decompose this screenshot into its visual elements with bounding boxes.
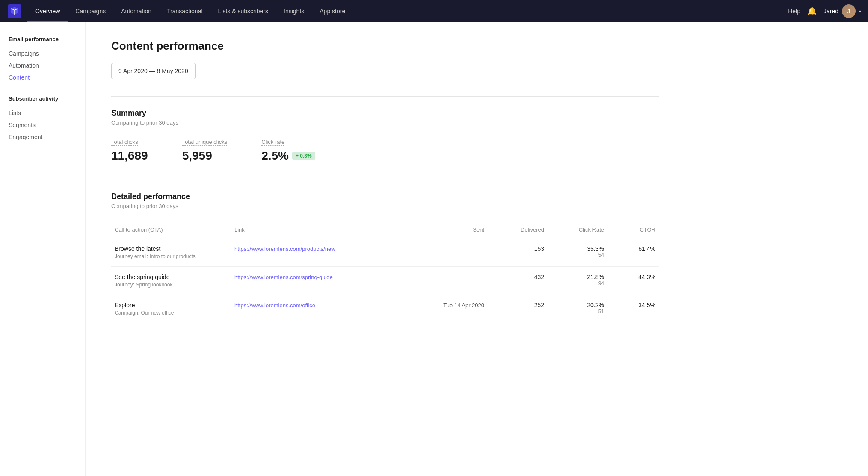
detailed-title: Detailed performance: [111, 192, 659, 201]
sidebar-item-content[interactable]: Content: [9, 71, 77, 83]
row3-ctor: 34.5%: [607, 302, 659, 309]
col-sent: Sent: [428, 225, 488, 235]
date-range-picker[interactable]: 9 Apr 2020 — 8 May 2020: [111, 63, 196, 79]
stat-click-rate-value: 2.5% + 0.3%: [261, 149, 315, 163]
row2-cta-meta-link[interactable]: Spring lookbook: [136, 282, 172, 288]
top-navigation: Overview Campaigns Automation Transactio…: [0, 0, 868, 22]
table-row: Browse the latest Journey email: Intro t…: [111, 238, 659, 267]
nav-automation[interactable]: Automation: [113, 0, 159, 22]
stat-click-rate: Click rate 2.5% + 0.3%: [261, 138, 315, 163]
summary-section: Summary Comparing to prior 30 days Total…: [111, 109, 659, 163]
chevron-down-icon: ▾: [859, 9, 861, 14]
stat-total-unique-clicks-value: 5,959: [182, 149, 228, 163]
row1-cta-name: Browse the latest: [115, 245, 228, 252]
row3-link[interactable]: https://www.loremlens.com/office: [234, 302, 315, 309]
nav-insights[interactable]: Insights: [276, 0, 312, 22]
row2-ctor: 44.3%: [607, 274, 659, 280]
detailed-subtitle: Comparing to prior 30 days: [111, 203, 659, 209]
help-link[interactable]: Help: [788, 8, 800, 15]
row2-link[interactable]: https://www.loremlens.com/spring-guide: [234, 274, 333, 280]
sidebar-section-email-performance-title: Email performance: [9, 36, 77, 42]
detailed-performance-section: Detailed performance Comparing to prior …: [111, 192, 659, 323]
row3-cta-meta: Campaign: Our new office: [115, 310, 228, 316]
row3-cta-meta-link[interactable]: Our new office: [141, 310, 174, 316]
stat-click-rate-label[interactable]: Click rate: [261, 139, 284, 146]
stat-total-unique-clicks-label[interactable]: Total unique clicks: [182, 139, 228, 146]
row2-clickrate: 21.8% 94: [548, 274, 607, 286]
row1-clickrate: 35.3% 54: [548, 245, 607, 258]
stat-total-unique-clicks: Total unique clicks 5,959: [182, 138, 228, 163]
col-cta: Call to action (CTA): [111, 225, 231, 235]
user-menu[interactable]: Jared J ▾: [824, 4, 861, 18]
row2-delivered: 432: [488, 274, 548, 280]
stat-total-clicks-label[interactable]: Total clicks: [111, 139, 138, 146]
col-ctor: CTOR: [607, 225, 659, 235]
col-link: Link: [231, 225, 428, 235]
row2-cta: See the spring guide Journey: Spring loo…: [111, 274, 231, 288]
main-content: Content performance 9 Apr 2020 — 8 May 2…: [86, 22, 684, 476]
sidebar-item-campaigns[interactable]: Campaigns: [9, 48, 77, 60]
sidebar-subscriber-activity-section: Subscriber activity Lists Segments Engag…: [9, 95, 77, 143]
row3-cta: Explore Campaign: Our new office: [111, 302, 231, 316]
stats-row: Total clicks 11,689 Total unique clicks …: [111, 138, 659, 163]
row2-cta-meta: Journey: Spring lookbook: [115, 282, 228, 288]
avatar: J: [842, 4, 856, 18]
stat-total-clicks: Total clicks 11,689: [111, 138, 148, 163]
summary-title: Summary: [111, 109, 659, 118]
nav-overview[interactable]: Overview: [27, 0, 68, 22]
performance-table: Call to action (CTA) Link Sent Delivered…: [111, 221, 659, 323]
sidebar-section-subscriber-activity-title: Subscriber activity: [9, 95, 77, 102]
nav-transactional[interactable]: Transactional: [159, 0, 210, 22]
nav-links: Overview Campaigns Automation Transactio…: [27, 0, 788, 22]
row2-cta-name: See the spring guide: [115, 274, 228, 280]
row1-link-cell: https://www.loremlens.com/products/new: [231, 245, 428, 252]
row1-cta: Browse the latest Journey email: Intro t…: [111, 245, 231, 259]
table-row: See the spring guide Journey: Spring loo…: [111, 267, 659, 295]
nav-appstore[interactable]: App store: [312, 0, 353, 22]
sidebar-item-automation[interactable]: Automation: [9, 60, 77, 71]
divider-1: [111, 96, 659, 97]
click-rate-badge: + 0.3%: [292, 152, 315, 160]
row3-link-cell: https://www.loremlens.com/office: [231, 302, 428, 309]
row1-cta-meta: Journey email: Intro to our products: [115, 253, 228, 259]
row3-delivered: 252: [488, 302, 548, 309]
stat-total-clicks-value: 11,689: [111, 149, 148, 163]
table-row: Explore Campaign: Our new office https:/…: [111, 295, 659, 323]
sidebar-item-lists[interactable]: Lists: [9, 107, 77, 119]
row3-cta-name: Explore: [115, 302, 228, 309]
row1-cta-meta-link[interactable]: Intro to our products: [149, 253, 195, 259]
row3-sent: Tue 14 Apr 2020: [428, 302, 488, 309]
notification-bell-icon[interactable]: 🔔: [807, 6, 817, 16]
nav-right: Help 🔔 Jared J ▾: [788, 4, 861, 18]
logo[interactable]: [7, 3, 22, 19]
page-title: Content performance: [111, 39, 659, 53]
summary-subtitle: Comparing to prior 30 days: [111, 119, 659, 126]
sidebar: Email performance Campaigns Automation C…: [0, 22, 86, 476]
page-layout: Email performance Campaigns Automation C…: [0, 22, 868, 476]
user-name: Jared: [824, 8, 838, 15]
date-range-value: 9 Apr 2020 — 8 May 2020: [118, 68, 188, 74]
table-header: Call to action (CTA) Link Sent Delivered…: [111, 221, 659, 238]
sidebar-item-engagement[interactable]: Engagement: [9, 131, 77, 143]
nav-lists[interactable]: Lists & subscribers: [210, 0, 276, 22]
row1-ctor: 61.4%: [607, 245, 659, 252]
row3-clickrate: 20.2% 51: [548, 302, 607, 315]
nav-campaigns[interactable]: Campaigns: [68, 0, 113, 22]
sidebar-email-performance-section: Email performance Campaigns Automation C…: [9, 36, 77, 83]
row1-delivered: 153: [488, 245, 548, 252]
sidebar-item-segments[interactable]: Segments: [9, 119, 77, 131]
col-clickrate: Click Rate: [548, 225, 607, 235]
row1-link[interactable]: https://www.loremlens.com/products/new: [234, 246, 335, 252]
divider-2: [111, 180, 659, 180]
row2-link-cell: https://www.loremlens.com/spring-guide: [231, 274, 428, 280]
col-delivered: Delivered: [488, 225, 548, 235]
